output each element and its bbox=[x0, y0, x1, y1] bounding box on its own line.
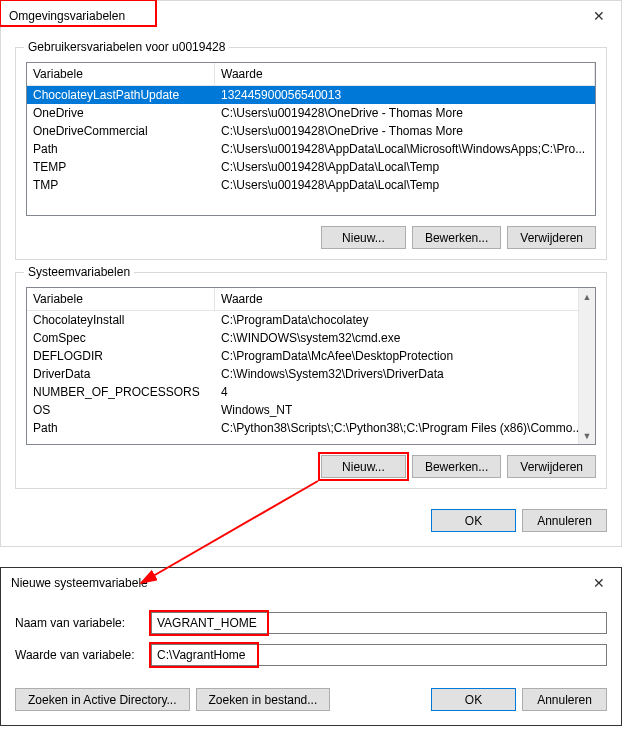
close-button[interactable]: ✕ bbox=[576, 1, 621, 31]
table-row[interactable]: DEFLOGDIRC:\ProgramData\McAfee\DesktopPr… bbox=[27, 347, 595, 365]
user-new-button[interactable]: Nieuw... bbox=[321, 226, 406, 249]
col-value[interactable]: Waarde bbox=[215, 63, 595, 85]
table-row[interactable]: PathC:\Users\u0019428\AppData\Local\Micr… bbox=[27, 140, 595, 158]
cell-value: C:\ProgramData\chocolatey bbox=[215, 313, 595, 327]
label-var-name: Naam van variabele: bbox=[15, 616, 143, 630]
system-vars-title: Systeemvariabelen bbox=[24, 265, 134, 279]
user-delete-button[interactable]: Verwijderen bbox=[507, 226, 596, 249]
table-row[interactable]: OSWindows_NT bbox=[27, 401, 595, 419]
system-new-button[interactable]: Nieuw... bbox=[321, 455, 406, 478]
cell-value: C:\Users\u0019428\AppData\Local\Temp bbox=[215, 160, 595, 174]
table-row[interactable]: NUMBER_OF_PROCESSORS4 bbox=[27, 383, 595, 401]
list-header: Variabele Waarde bbox=[27, 63, 595, 86]
cancel-button[interactable]: Annuleren bbox=[522, 688, 607, 711]
cell-name: Path bbox=[27, 421, 215, 435]
close-icon: ✕ bbox=[593, 8, 605, 24]
window-title: Nieuwe systeemvariabele bbox=[11, 576, 576, 590]
cell-name: OneDriveCommercial bbox=[27, 124, 215, 138]
cell-name: ChocolateyInstall bbox=[27, 313, 215, 327]
close-icon: ✕ bbox=[593, 575, 605, 591]
system-edit-button[interactable]: Bewerken... bbox=[412, 455, 501, 478]
col-value[interactable]: Waarde bbox=[215, 288, 595, 310]
var-name-input[interactable] bbox=[151, 612, 607, 634]
cell-value: 132445900056540013 bbox=[215, 88, 595, 102]
system-vars-list[interactable]: Variabele Waarde ChocolateyInstallC:\Pro… bbox=[26, 287, 596, 445]
new-system-var-dialog: Nieuwe systeemvariabele ✕ Naam van varia… bbox=[0, 567, 622, 726]
user-edit-button[interactable]: Bewerken... bbox=[412, 226, 501, 249]
col-variable[interactable]: Variabele bbox=[27, 63, 215, 85]
cell-name: OS bbox=[27, 403, 215, 417]
close-button[interactable]: ✕ bbox=[576, 568, 621, 598]
cell-name: ComSpec bbox=[27, 331, 215, 345]
user-vars-group: Gebruikersvariabelen voor u0019428 Varia… bbox=[15, 47, 607, 260]
cell-value: C:\Users\u0019428\AppData\Local\Temp bbox=[215, 178, 595, 192]
cell-value: C:\Users\u0019428\OneDrive - Thomas More bbox=[215, 124, 595, 138]
cell-name: Path bbox=[27, 142, 215, 156]
cell-value: 4 bbox=[215, 385, 595, 399]
cell-value: C:\WINDOWS\system32\cmd.exe bbox=[215, 331, 595, 345]
table-row[interactable]: ChocolateyLastPathUpdate1324459000565400… bbox=[27, 86, 595, 104]
cell-name: TEMP bbox=[27, 160, 215, 174]
table-row[interactable]: OneDriveCommercialC:\Users\u0019428\OneD… bbox=[27, 122, 595, 140]
titlebar: Nieuwe systeemvariabele ✕ bbox=[1, 568, 621, 598]
table-row[interactable]: TMPC:\Users\u0019428\AppData\Local\Temp bbox=[27, 176, 595, 194]
cell-name: TMP bbox=[27, 178, 215, 192]
scroll-down-icon[interactable]: ▼ bbox=[579, 427, 595, 444]
cell-value: C:\Users\u0019428\OneDrive - Thomas More bbox=[215, 106, 595, 120]
col-variable[interactable]: Variabele bbox=[27, 288, 215, 310]
cell-value: Windows_NT bbox=[215, 403, 595, 417]
env-vars-dialog: Omgevingsvariabelen ✕ Gebruikersvariabel… bbox=[0, 0, 622, 547]
cell-value: C:\Users\u0019428\AppData\Local\Microsof… bbox=[215, 142, 595, 156]
cell-name: OneDrive bbox=[27, 106, 215, 120]
table-row[interactable]: PathC:\Python38\Scripts\;C:\Python38\;C:… bbox=[27, 419, 595, 437]
cell-value: C:\Python38\Scripts\;C:\Python38\;C:\Pro… bbox=[215, 421, 595, 435]
table-row[interactable]: ChocolateyInstallC:\ProgramData\chocolat… bbox=[27, 311, 595, 329]
table-row[interactable]: DriverDataC:\Windows\System32\Drivers\Dr… bbox=[27, 365, 595, 383]
table-row[interactable]: OneDriveC:\Users\u0019428\OneDrive - Tho… bbox=[27, 104, 595, 122]
titlebar: Omgevingsvariabelen ✕ bbox=[1, 1, 621, 31]
cancel-button[interactable]: Annuleren bbox=[522, 509, 607, 532]
table-row[interactable]: TEMPC:\Users\u0019428\AppData\Local\Temp bbox=[27, 158, 595, 176]
cell-value: C:\ProgramData\McAfee\DesktopProtection bbox=[215, 349, 595, 363]
scroll-up-icon[interactable]: ▲ bbox=[579, 288, 595, 305]
label-var-value: Waarde van variabele: bbox=[15, 648, 143, 662]
browse-file-button[interactable]: Zoeken in bestand... bbox=[196, 688, 331, 711]
var-value-input[interactable] bbox=[151, 644, 607, 666]
scrollbar[interactable]: ▲ ▼ bbox=[578, 288, 595, 444]
cell-name: NUMBER_OF_PROCESSORS bbox=[27, 385, 215, 399]
list-header: Variabele Waarde bbox=[27, 288, 595, 311]
ok-button[interactable]: OK bbox=[431, 688, 516, 711]
user-vars-list[interactable]: Variabele Waarde ChocolateyLastPathUpdat… bbox=[26, 62, 596, 216]
cell-name: DriverData bbox=[27, 367, 215, 381]
table-row[interactable]: ComSpecC:\WINDOWS\system32\cmd.exe bbox=[27, 329, 595, 347]
cell-value: C:\Windows\System32\Drivers\DriverData bbox=[215, 367, 595, 381]
user-vars-title: Gebruikersvariabelen voor u0019428 bbox=[24, 40, 229, 54]
window-title: Omgevingsvariabelen bbox=[9, 9, 576, 23]
cell-name: DEFLOGDIR bbox=[27, 349, 215, 363]
cell-name: ChocolateyLastPathUpdate bbox=[27, 88, 215, 102]
ok-button[interactable]: OK bbox=[431, 509, 516, 532]
system-delete-button[interactable]: Verwijderen bbox=[507, 455, 596, 478]
browse-ad-button[interactable]: Zoeken in Active Directory... bbox=[15, 688, 190, 711]
system-vars-group: Systeemvariabelen Variabele Waarde Choco… bbox=[15, 272, 607, 489]
